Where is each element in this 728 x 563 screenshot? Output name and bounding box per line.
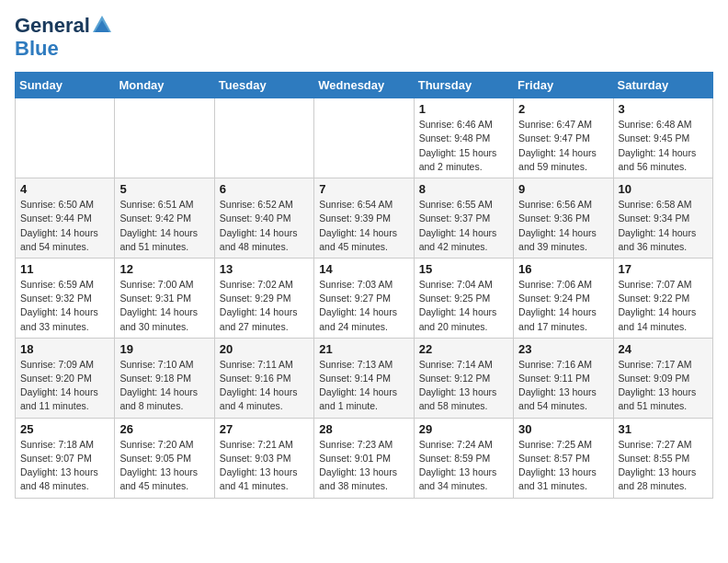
day-number: 2 [518,102,608,116]
day-number: 16 [518,262,608,276]
calendar-cell: 6Sunrise: 6:52 AM Sunset: 9:40 PM Daylig… [214,178,313,259]
day-info: Sunrise: 6:58 AM Sunset: 9:34 PM Dayligh… [619,198,708,254]
day-info: Sunrise: 7:14 AM Sunset: 9:12 PM Dayligh… [419,358,508,414]
logo-icon [93,16,111,32]
day-info: Sunrise: 7:20 AM Sunset: 9:05 PM Dayligh… [119,438,209,494]
day-number: 9 [518,182,608,196]
calendar-cell: 7Sunrise: 6:54 AM Sunset: 9:39 PM Daylig… [314,178,414,259]
day-info: Sunrise: 7:10 AM Sunset: 9:18 PM Dayligh… [119,358,209,414]
calendar-week-row: 18Sunrise: 7:09 AM Sunset: 9:20 PM Dayli… [16,338,713,418]
day-info: Sunrise: 7:17 AM Sunset: 9:09 PM Dayligh… [619,358,708,414]
day-number: 5 [119,182,209,196]
logo-general-text: General [15,15,90,37]
calendar-cell: 3Sunrise: 6:48 AM Sunset: 9:45 PM Daylig… [613,98,712,178]
day-number: 30 [518,422,608,436]
day-number: 4 [20,182,109,196]
day-info: Sunrise: 7:27 AM Sunset: 8:55 PM Dayligh… [619,438,708,494]
calendar-cell: 2Sunrise: 6:47 AM Sunset: 9:47 PM Daylig… [514,98,613,178]
day-info: Sunrise: 7:21 AM Sunset: 9:03 PM Dayligh… [220,438,309,494]
day-number: 18 [20,342,109,356]
calendar-cell: 9Sunrise: 6:56 AM Sunset: 9:36 PM Daylig… [514,178,613,259]
day-number: 10 [619,182,708,196]
calendar-cell: 20Sunrise: 7:11 AM Sunset: 9:16 PM Dayli… [214,338,313,418]
logo: General Blue [15,15,111,61]
calendar-week-row: 4Sunrise: 6:50 AM Sunset: 9:44 PM Daylig… [16,178,713,259]
day-info: Sunrise: 6:47 AM Sunset: 9:47 PM Dayligh… [518,118,608,174]
calendar-cell: 28Sunrise: 7:23 AM Sunset: 9:01 PM Dayli… [314,418,414,498]
page-header: General Blue [15,15,713,61]
day-info: Sunrise: 7:23 AM Sunset: 9:01 PM Dayligh… [319,438,408,494]
calendar-cell: 12Sunrise: 7:00 AM Sunset: 9:31 PM Dayli… [115,258,214,338]
day-info: Sunrise: 6:56 AM Sunset: 9:36 PM Dayligh… [518,198,608,254]
day-number: 6 [220,182,309,196]
calendar-cell: 21Sunrise: 7:13 AM Sunset: 9:14 PM Dayli… [314,338,414,418]
calendar-cell: 15Sunrise: 7:04 AM Sunset: 9:25 PM Dayli… [414,258,513,338]
calendar-table: SundayMondayTuesdayWednesdayThursdayFrid… [15,72,713,498]
day-number: 31 [619,422,708,436]
day-number: 8 [419,182,508,196]
logo-blue-text: Blue [15,37,59,61]
day-info: Sunrise: 6:55 AM Sunset: 9:37 PM Dayligh… [419,198,508,254]
calendar-cell: 4Sunrise: 6:50 AM Sunset: 9:44 PM Daylig… [16,178,115,259]
day-info: Sunrise: 7:16 AM Sunset: 9:11 PM Dayligh… [518,358,608,414]
calendar-cell: 13Sunrise: 7:02 AM Sunset: 9:29 PM Dayli… [214,258,313,338]
day-number: 22 [419,342,508,356]
day-info: Sunrise: 7:18 AM Sunset: 9:07 PM Dayligh… [20,438,109,494]
calendar-cell: 26Sunrise: 7:20 AM Sunset: 9:05 PM Dayli… [115,418,214,498]
day-info: Sunrise: 7:24 AM Sunset: 8:59 PM Dayligh… [419,438,508,494]
calendar-cell: 18Sunrise: 7:09 AM Sunset: 9:20 PM Dayli… [16,338,115,418]
calendar-cell: 22Sunrise: 7:14 AM Sunset: 9:12 PM Dayli… [414,338,513,418]
day-number: 12 [119,262,209,276]
calendar-cell: 11Sunrise: 6:59 AM Sunset: 9:32 PM Dayli… [16,258,115,338]
day-info: Sunrise: 7:25 AM Sunset: 8:57 PM Dayligh… [518,438,608,494]
day-number: 26 [119,422,209,436]
calendar-week-row: 11Sunrise: 6:59 AM Sunset: 9:32 PM Dayli… [16,258,713,338]
day-number: 7 [319,182,408,196]
day-number: 13 [220,262,309,276]
col-header-tuesday: Tuesday [214,73,313,98]
day-number: 3 [619,102,708,116]
calendar-week-row: 25Sunrise: 7:18 AM Sunset: 9:07 PM Dayli… [16,418,713,498]
day-info: Sunrise: 7:13 AM Sunset: 9:14 PM Dayligh… [319,358,408,414]
calendar-week-row: 1Sunrise: 6:46 AM Sunset: 9:48 PM Daylig… [16,98,713,178]
day-number: 17 [619,262,708,276]
calendar-cell: 10Sunrise: 6:58 AM Sunset: 9:34 PM Dayli… [613,178,712,259]
day-number: 27 [220,422,309,436]
day-info: Sunrise: 7:09 AM Sunset: 9:20 PM Dayligh… [20,358,109,414]
calendar-cell: 8Sunrise: 6:55 AM Sunset: 9:37 PM Daylig… [414,178,513,259]
calendar-cell: 19Sunrise: 7:10 AM Sunset: 9:18 PM Dayli… [115,338,214,418]
day-info: Sunrise: 6:52 AM Sunset: 9:40 PM Dayligh… [220,198,309,254]
day-info: Sunrise: 6:46 AM Sunset: 9:48 PM Dayligh… [419,118,508,174]
day-number: 11 [20,262,109,276]
calendar-cell [214,98,313,178]
day-number: 29 [419,422,508,436]
col-header-monday: Monday [115,73,214,98]
day-info: Sunrise: 7:06 AM Sunset: 9:24 PM Dayligh… [518,278,608,334]
calendar-cell: 27Sunrise: 7:21 AM Sunset: 9:03 PM Dayli… [214,418,313,498]
day-info: Sunrise: 6:54 AM Sunset: 9:39 PM Dayligh… [319,198,408,254]
calendar-cell: 23Sunrise: 7:16 AM Sunset: 9:11 PM Dayli… [514,338,613,418]
day-number: 25 [20,422,109,436]
day-number: 28 [319,422,408,436]
col-header-friday: Friday [514,73,613,98]
day-number: 15 [419,262,508,276]
day-info: Sunrise: 7:04 AM Sunset: 9:25 PM Dayligh… [419,278,508,334]
day-number: 24 [619,342,708,356]
day-info: Sunrise: 7:00 AM Sunset: 9:31 PM Dayligh… [119,278,209,334]
day-number: 19 [119,342,209,356]
day-info: Sunrise: 6:51 AM Sunset: 9:42 PM Dayligh… [119,198,209,254]
calendar-cell [115,98,214,178]
calendar-cell: 30Sunrise: 7:25 AM Sunset: 8:57 PM Dayli… [514,418,613,498]
calendar-cell: 25Sunrise: 7:18 AM Sunset: 9:07 PM Dayli… [16,418,115,498]
col-header-thursday: Thursday [414,73,513,98]
calendar-cell [16,98,115,178]
day-number: 20 [220,342,309,356]
day-number: 21 [319,342,408,356]
day-info: Sunrise: 7:03 AM Sunset: 9:27 PM Dayligh… [319,278,408,334]
day-info: Sunrise: 7:11 AM Sunset: 9:16 PM Dayligh… [220,358,309,414]
day-info: Sunrise: 7:07 AM Sunset: 9:22 PM Dayligh… [619,278,708,334]
day-number: 1 [419,102,508,116]
calendar-cell: 5Sunrise: 6:51 AM Sunset: 9:42 PM Daylig… [115,178,214,259]
calendar-cell: 29Sunrise: 7:24 AM Sunset: 8:59 PM Dayli… [414,418,513,498]
calendar-cell: 31Sunrise: 7:27 AM Sunset: 8:55 PM Dayli… [613,418,712,498]
